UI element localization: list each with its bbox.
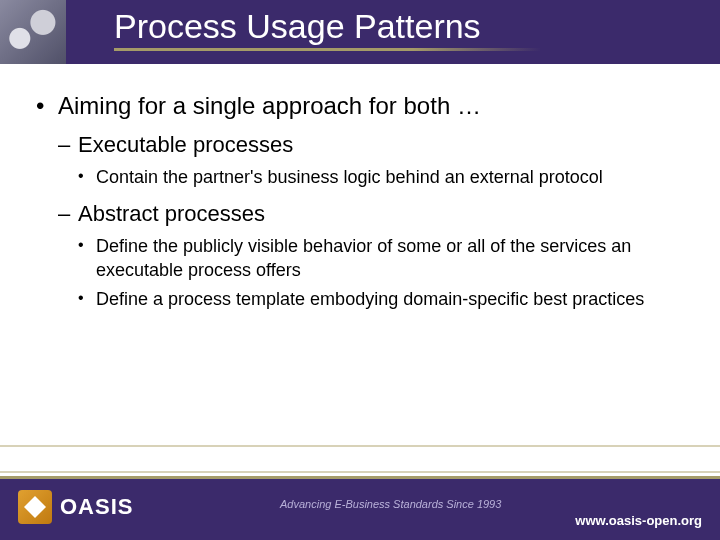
footer-tagline: Advancing E-Business Standards Since 199… — [280, 498, 501, 510]
bullet-text: Define a process template embodying doma… — [96, 289, 644, 309]
bullet-text: Abstract processes — [78, 201, 265, 226]
footer-divider-strip — [0, 445, 720, 473]
oasis-logo: OASIS — [18, 490, 133, 524]
bullet-text: Aiming for a single approach for both … — [58, 92, 481, 119]
bullet-level3: Define the publicly visible behavior of … — [78, 235, 684, 282]
bullet-level1: Aiming for a single approach for both … … — [36, 90, 684, 311]
bullet-level2: Abstract processes Define the publicly v… — [58, 199, 684, 311]
footer-url: www.oasis-open.org — [575, 513, 702, 528]
slide-body: Aiming for a single approach for both … … — [0, 64, 720, 311]
oasis-logo-icon — [18, 490, 52, 524]
footer-band: OASIS Advancing E-Business Standards Sin… — [0, 476, 720, 540]
oasis-logo-text: OASIS — [60, 494, 133, 520]
bullet-level2: Executable processes Contain the partner… — [58, 130, 684, 189]
slide-title: Process Usage Patterns — [66, 0, 481, 45]
bullet-text: Contain the partner's business logic beh… — [96, 167, 603, 187]
decorative-corner-image — [0, 0, 66, 64]
bullet-text: Executable processes — [78, 132, 293, 157]
bullet-level3: Contain the partner's business logic beh… — [78, 166, 684, 189]
header-band: Process Usage Patterns — [0, 0, 720, 64]
bullet-text: Define the publicly visible behavior of … — [96, 236, 631, 279]
bullet-level3: Define a process template embodying doma… — [78, 288, 684, 311]
